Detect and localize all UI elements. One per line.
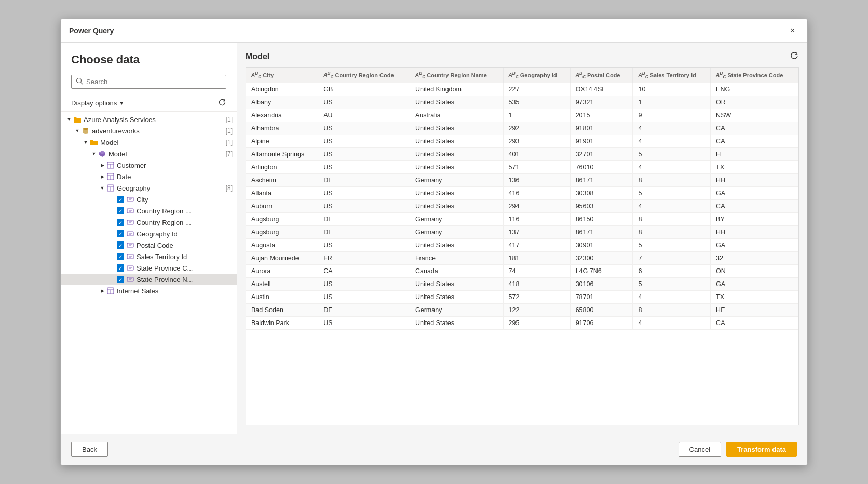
col-header-spcode: ABC State Province Code — [711, 68, 798, 83]
tree-item-aw[interactable]: adventureworks [1] — [61, 125, 237, 137]
table-cell: US — [318, 200, 410, 213]
table-icon-date — [106, 172, 115, 181]
tree-arrow-date[interactable] — [98, 172, 106, 181]
tree-item-model-cube[interactable]: Model [7] — [61, 148, 237, 159]
table-cell: DE — [318, 304, 410, 317]
table-cell: 6 — [633, 265, 711, 278]
table-cell: Bad Soden — [246, 304, 318, 317]
search-input[interactable] — [86, 78, 222, 86]
checkbox-geoid[interactable] — [117, 230, 124, 237]
search-box[interactable] — [71, 75, 226, 89]
tree-arrow-aas[interactable] — [65, 115, 73, 124]
tree-arrow-model-folder[interactable] — [82, 138, 90, 146]
svg-rect-17 — [127, 209, 133, 213]
tree-arrow-geography[interactable] — [98, 184, 106, 192]
tree-item-date[interactable]: Date — [61, 171, 237, 182]
table-row: AuroraCACanada74L4G 7N66ON — [246, 265, 798, 278]
table-cell: 91801 — [570, 122, 633, 135]
tree-item-salesterritoryid[interactable]: Sales Territory Id — [61, 251, 237, 262]
table-cell: Auburn — [246, 200, 318, 213]
tree-item-crcode[interactable]: Country Region ... — [61, 205, 237, 217]
checkbox-city[interactable] — [117, 196, 124, 203]
left-panel: Choose data Display options ▼ — [61, 43, 237, 434]
table-cell: 181 — [503, 252, 570, 265]
table-cell: United States — [410, 187, 503, 200]
tree-item-geography[interactable]: Geography [8] — [61, 182, 237, 194]
tree-arrow-internet-sales[interactable] — [98, 287, 106, 295]
table-cell: OR — [711, 96, 798, 109]
table-cell: 86171 — [570, 226, 633, 239]
tree-label-spcode: State Province C... — [137, 264, 233, 272]
table-cell: 4 — [633, 122, 711, 135]
tree-arrow-aw[interactable] — [73, 127, 82, 135]
checkbox-crname[interactable] — [117, 219, 124, 226]
table-cell: 416 — [503, 187, 570, 200]
table-row: AugsburgDEGermany116861508BY — [246, 213, 798, 226]
back-button[interactable]: Back — [71, 442, 108, 457]
tree-item-model-folder[interactable]: Model [1] — [61, 137, 237, 148]
search-icon — [76, 77, 83, 86]
tree-item-geoid[interactable]: Geography Id — [61, 228, 237, 239]
table-cell: 227 — [503, 83, 570, 96]
tree-item-aas[interactable]: Azure Analysis Services [1] — [61, 114, 237, 125]
checkbox-postalcode[interactable] — [117, 241, 124, 249]
tree-item-crname[interactable]: Country Region ... — [61, 217, 237, 228]
model-refresh-icon[interactable] — [790, 51, 799, 62]
checkbox-spname[interactable] — [117, 276, 124, 283]
folder-icon-aas — [73, 115, 82, 124]
table-cell: US — [318, 291, 410, 304]
table-cell: US — [318, 96, 410, 109]
table-cell: 295 — [503, 317, 570, 330]
svg-point-0 — [77, 78, 82, 83]
table-cell: 76010 — [570, 161, 633, 174]
display-options-toggle[interactable]: Display options ▼ — [71, 99, 124, 107]
table-cell: 7 — [633, 252, 711, 265]
svg-rect-20 — [127, 220, 133, 224]
cube-icon-model — [98, 150, 106, 158]
col-type-crcode: ABC Country Region Code — [323, 71, 394, 79]
table-cell: 5 — [633, 239, 711, 252]
table-row: AbingdonGBUnited Kingdom227OX14 4SE10ENG — [246, 83, 798, 96]
table-cell: L4G 7N6 — [570, 265, 633, 278]
tree-count-aas: [1] — [226, 116, 233, 123]
checkbox-crcode[interactable] — [117, 207, 124, 214]
tree-arrow-customer[interactable] — [98, 161, 106, 169]
table-cell: BY — [711, 213, 798, 226]
refresh-icon[interactable] — [218, 98, 226, 108]
display-options-label: Display options — [71, 99, 117, 107]
table-cell: US — [318, 239, 410, 252]
close-button[interactable]: × — [786, 24, 799, 37]
table-row: Baldwin ParkUSUnited States295917064CA — [246, 317, 798, 330]
tree-count-model-cube: [7] — [226, 150, 233, 157]
tree-item-spcode[interactable]: State Province C... — [61, 262, 237, 274]
field-icon-crname — [126, 218, 134, 226]
table-cell: 417 — [503, 239, 570, 252]
checkbox-salesterritoryid[interactable] — [117, 253, 124, 260]
table-cell: 8 — [633, 304, 711, 317]
table-cell: CA — [711, 135, 798, 148]
tree-item-customer[interactable]: Customer — [61, 159, 237, 171]
tree-label-crname: Country Region ... — [137, 219, 233, 226]
table-cell: Australia — [410, 109, 503, 122]
table-row: ArlingtonUSUnited States571760104TX — [246, 161, 798, 174]
table-cell: 136 — [503, 174, 570, 187]
tree-item-city[interactable]: City — [61, 194, 237, 205]
model-header: Model — [246, 51, 799, 62]
field-icon-postalcode — [126, 241, 134, 249]
power-query-dialog: Power Query × Choose data — [60, 19, 808, 465]
col-type-crname: ABC Country Region Name — [415, 71, 487, 79]
cancel-button[interactable]: Cancel — [679, 442, 721, 457]
transform-data-button[interactable]: Transform data — [726, 442, 797, 457]
table-cell: ENG — [711, 83, 798, 96]
left-header: Choose data — [61, 43, 237, 95]
table-cell: 32701 — [570, 148, 633, 161]
tree-arrow-model-cube[interactable] — [90, 150, 98, 158]
table-cell: 292 — [503, 122, 570, 135]
tree-item-postalcode[interactable]: Postal Code — [61, 239, 237, 251]
table-cell: Germany — [410, 226, 503, 239]
checkbox-spcode[interactable] — [117, 264, 124, 272]
table-row: AlhambraUSUnited States292918014CA — [246, 122, 798, 135]
tree-item-internet-sales[interactable]: Internet Sales — [61, 285, 237, 297]
tree-item-spname[interactable]: State Province N... — [61, 274, 237, 285]
tree-label-model-folder: Model — [100, 139, 223, 146]
